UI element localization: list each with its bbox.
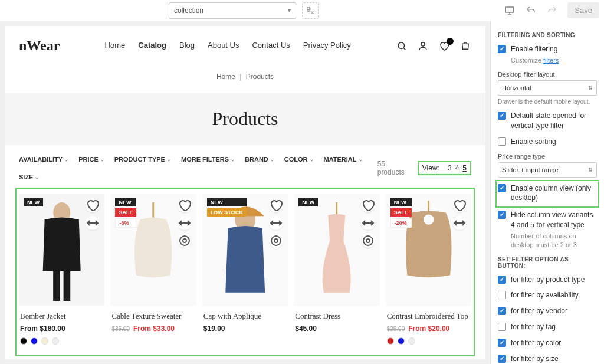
site-logo[interactable]: nWear [19, 38, 60, 54]
filters-link[interactable]: filters [543, 57, 559, 64]
color-swatch[interactable] [41, 337, 48, 345]
page-title-band: Products [5, 93, 485, 145]
compare-icon[interactable] [86, 216, 100, 230]
svg-rect-6 [64, 271, 71, 301]
eye-icon[interactable] [269, 234, 283, 248]
compare-icon[interactable] [178, 216, 192, 230]
checkbox-filter-option[interactable] [498, 323, 506, 331]
color-swatch[interactable] [52, 337, 59, 345]
product-price: $19.00 [203, 324, 287, 333]
preview-canvas-wrap: ↘ nWear HomeCatalogBlogAbout UsContact U… [0, 21, 490, 364]
svg-point-13 [274, 239, 278, 242]
column-view-option[interactable]: 5 [462, 164, 467, 172]
page-title: Products [5, 108, 485, 130]
desktop-preview-icon[interactable] [500, 1, 519, 20]
filter-dropdown[interactable]: AVAILABILITY⌵ [19, 156, 68, 163]
product-title: Bomber Jacket [20, 311, 103, 321]
checkbox-filter-option[interactable] [498, 339, 506, 347]
checkbox-filter-option[interactable] [498, 307, 506, 315]
save-button[interactable]: Save [567, 2, 599, 18]
filter-dropdown[interactable]: MORE FILTERS⌵ [181, 156, 234, 163]
wishlist-icon[interactable]: 0 [438, 40, 450, 52]
undo-icon[interactable] [521, 1, 540, 20]
heart-icon[interactable] [269, 198, 283, 212]
svg-rect-5 [53, 271, 60, 301]
filter-dropdown[interactable]: PRICE⌵ [78, 156, 104, 163]
svg-point-16 [366, 239, 370, 242]
filter-dropdown[interactable]: SIZE⌵ [19, 173, 38, 181]
checkbox-filter-option[interactable] [498, 276, 506, 284]
redo-icon[interactable] [543, 1, 562, 20]
drawer-hint: Drawer is the default mobile layout. [498, 99, 597, 105]
nav-item[interactable]: Privacy Policy [303, 41, 351, 51]
product-card[interactable]: NEW Contrast Dress $45.00 [294, 194, 379, 350]
nav-item[interactable]: Contact Us [252, 41, 290, 51]
checkbox-enable-column-view[interactable] [498, 184, 506, 192]
svg-point-8 [180, 236, 189, 245]
product-image[interactable]: NEW [19, 194, 104, 306]
settings-sidebar: FILTERING AND SORTING Enable filtering C… [490, 21, 604, 364]
color-swatch[interactable] [408, 337, 415, 345]
nav-item[interactable]: Home [105, 41, 126, 51]
cart-icon[interactable] [459, 40, 471, 52]
page-type-select[interactable]: collection [169, 2, 296, 19]
column-view-option[interactable]: 3 [448, 164, 452, 172]
product-card[interactable]: NEW Bomber Jacket From $180.00 [19, 194, 104, 350]
compare-icon[interactable] [361, 216, 375, 230]
svg-point-9 [183, 239, 186, 242]
product-price: $35.00From $33.00 [111, 324, 195, 333]
nav-item[interactable]: Catalog [138, 41, 166, 51]
breadcrumb: Home | Products [5, 64, 485, 93]
color-swatch[interactable] [398, 337, 405, 345]
product-title: Contrast Embroidered Top [387, 311, 470, 321]
product-card[interactable]: NEWLOW STOCK Cap with Applique $19.00 [202, 194, 288, 350]
product-image[interactable]: NEW [294, 194, 379, 306]
section-select-icon[interactable] [302, 2, 319, 19]
product-card[interactable]: NEWSALE-6% Cable Texture Sweater $35.00F… [110, 194, 196, 350]
filter-dropdown[interactable]: COLOR⌵ [284, 156, 313, 163]
color-swatch[interactable] [20, 337, 27, 345]
breadcrumb-products: Products [246, 73, 274, 81]
eye-icon[interactable] [178, 234, 192, 248]
product-card[interactable]: NEWSALE-20% Contrast Embroidered Top $25… [386, 194, 471, 350]
color-swatch[interactable] [387, 337, 394, 345]
editor-topbar: collection Save [0, 0, 604, 21]
compare-icon[interactable] [452, 216, 467, 230]
eye-icon[interactable] [361, 234, 375, 248]
checkbox-hide-column-variants[interactable] [498, 211, 506, 219]
product-image[interactable]: NEWSALE-20% [386, 194, 471, 306]
breadcrumb-home[interactable]: Home [216, 73, 235, 81]
account-icon[interactable] [417, 40, 429, 52]
checkbox-default-state-opened[interactable] [498, 112, 506, 120]
checkbox-filter-option[interactable] [498, 291, 506, 299]
filter-dropdown[interactable]: MATERIAL⌵ [324, 156, 362, 163]
heart-icon[interactable] [361, 198, 375, 212]
nav-item[interactable]: About Us [208, 41, 239, 51]
product-title: Cap with Applique [203, 311, 287, 321]
checkbox-enable-sorting[interactable] [498, 137, 506, 146]
heart-icon[interactable] [86, 198, 100, 212]
heart-icon[interactable] [452, 198, 467, 212]
svg-point-15 [363, 236, 373, 245]
filter-dropdown[interactable]: PRODUCT TYPE⌵ [114, 156, 170, 163]
column-view-option[interactable]: 4 [455, 164, 459, 172]
product-image[interactable]: NEWLOW STOCK [202, 194, 288, 306]
compare-icon[interactable] [269, 216, 283, 230]
product-price: From $180.00 [20, 324, 103, 333]
product-image[interactable]: NEWSALE-6% [110, 194, 196, 306]
product-title: Cable Texture Sweater [111, 311, 195, 321]
desktop-filter-layout-select[interactable]: Horizontal [498, 80, 597, 96]
section-heading-filtering: FILTERING AND SORTING [498, 32, 597, 38]
search-icon[interactable] [396, 40, 408, 52]
color-swatch[interactable] [31, 337, 38, 345]
section-heading-filter-buttons: SET FILTER OPTION AS BUTTON: [498, 256, 597, 269]
price-range-type-select[interactable]: Slider + input range [498, 162, 597, 178]
nav-item[interactable]: Blog [179, 41, 195, 51]
filter-dropdown[interactable]: BRAND⌵ [245, 156, 274, 163]
svg-point-1 [398, 42, 405, 49]
checkbox-enable-filtering[interactable] [498, 45, 506, 53]
svg-point-18 [424, 214, 434, 224]
svg-point-12 [271, 236, 281, 245]
heart-icon[interactable] [178, 198, 192, 212]
checkbox-filter-option[interactable] [498, 355, 506, 363]
